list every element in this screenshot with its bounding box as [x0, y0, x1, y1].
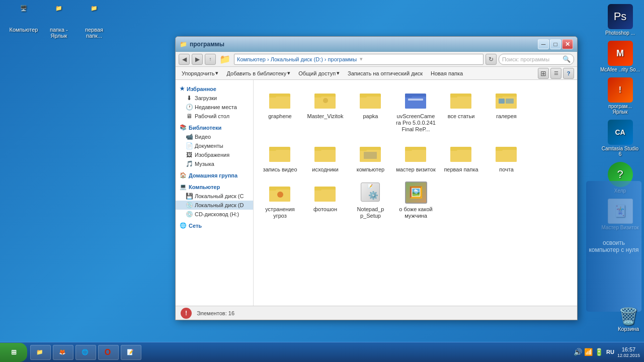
explorer-window: 📁 программы ─ □ ✕ ◀ ▶ ↑ 📁 Компьютер › Ло…: [175, 36, 578, 320]
file-item-kompyuter[interactable]: компьютер: [349, 138, 392, 175]
trash-icon[interactable]: 🗑️ Корзина: [618, 307, 639, 332]
taskbar-explorer-button[interactable]: 📁: [30, 345, 51, 360]
taskbar-lang: RU: [606, 349, 614, 355]
close-button[interactable]: ✕: [562, 39, 573, 49]
svg-point-6: [323, 98, 328, 103]
sidebar-item-drive-h[interactable]: 💿 CD-дисковод (H:): [176, 210, 253, 219]
taskbar-chrome-button[interactable]: 🌐: [75, 345, 96, 360]
file-item-pochta[interactable]: почта: [485, 138, 528, 175]
taskbar-right: 🔊 📶 🔋 RU 16:57 12.02.2015: [574, 346, 644, 359]
desktop-icon-mcafee[interactable]: M McAfee ..rity So...: [599, 39, 641, 74]
maximize-button[interactable]: □: [550, 39, 561, 49]
main-content: graphene Master_Vizitok: [254, 80, 577, 306]
file-item-pervaya-papka[interactable]: первая папка: [440, 138, 482, 175]
file-item-papka[interactable]: papka: [349, 85, 392, 136]
sidebar-item-downloads[interactable]: ⬇ Загрузки: [176, 94, 253, 103]
svg-rect-8: [360, 97, 381, 109]
svg-rect-24: [269, 147, 276, 151]
search-box[interactable]: Поиск: программы 🔍: [499, 54, 574, 65]
svg-rect-33: [405, 150, 426, 162]
refresh-button[interactable]: ↻: [486, 54, 497, 65]
svg-rect-1: [269, 97, 290, 109]
view-icons-button[interactable]: ⊞: [538, 68, 549, 79]
sidebar-item-desktop[interactable]: 🖥 Рабочий стол: [176, 112, 253, 121]
burn-button[interactable]: Записать на оптический диск: [345, 68, 426, 78]
sidebar-item-images[interactable]: 🖼 Изображения: [176, 150, 253, 159]
file-item-zapis-video[interactable]: запись видео: [259, 138, 301, 175]
file-item-ustranenie[interactable]: устранения угроз: [259, 178, 301, 222]
svg-rect-9: [360, 94, 367, 98]
address-bar[interactable]: Компьютер › Локальный диск (D:) › програ…: [234, 54, 484, 65]
file-item-vse-stati[interactable]: все статьи: [440, 85, 482, 136]
taskbar: ⊞ 📁 🦊 🌐 O 📝 🔊 📶 🔋 RU 16:57 12.02.2015: [0, 342, 644, 362]
svg-rect-40: [496, 147, 503, 151]
svg-rect-30: [360, 147, 367, 151]
svg-rect-2: [269, 94, 276, 98]
svg-rect-20: [499, 99, 505, 104]
svg-rect-36: [450, 150, 471, 162]
sidebar-item-video[interactable]: 📹 Видео: [176, 132, 253, 141]
svg-rect-5: [314, 94, 321, 98]
desktop-icon-prog[interactable]: ! програм... Ярлык: [599, 76, 641, 116]
svg-rect-39: [496, 150, 517, 162]
svg-rect-12: [405, 94, 412, 98]
svg-rect-21: [506, 99, 514, 104]
taskbar-firefox-button[interactable]: 🦊: [53, 345, 73, 360]
add-library-menu[interactable]: Добавить в библиотеку ▾: [223, 68, 293, 78]
back-button[interactable]: ◀: [179, 54, 190, 65]
view-details-button[interactable]: ☰: [550, 68, 561, 79]
desktop-icon-photoshop[interactable]: Ps Photoshop ...: [599, 3, 641, 37]
svg-rect-34: [405, 147, 412, 151]
svg-rect-13: [408, 99, 423, 101]
sidebar-favorites-header[interactable]: ★ Избранное: [176, 84, 253, 94]
svg-rect-11: [405, 97, 426, 109]
organize-menu[interactable]: Упорядочить ▾: [179, 68, 221, 78]
sidebar-libraries-header[interactable]: 📚 Библиотеки: [176, 123, 253, 132]
start-button[interactable]: ⊞: [0, 343, 27, 362]
svg-point-44: [277, 192, 283, 198]
svg-rect-19: [496, 94, 503, 98]
sidebar-item-recent[interactable]: 🕐 Недавние места: [176, 103, 253, 112]
sidebar-network-header[interactable]: 🌐 Сеть: [176, 221, 253, 230]
taskbar-opera-button[interactable]: O: [98, 345, 119, 360]
file-item-uvscreen[interactable]: uvScreenCamera Pro 5.0.0.241 Final ReP..…: [394, 85, 437, 136]
desktop-icon-camtasia[interactable]: CA Camtasia Studio 6: [599, 118, 641, 158]
sidebar-item-drive-c[interactable]: 💾 Локальный диск (C: [176, 192, 253, 201]
file-item-istochniki[interactable]: исходники: [304, 138, 347, 175]
new-folder-button[interactable]: Новая папка: [428, 68, 466, 78]
file-item-galereya[interactable]: галерея: [485, 85, 528, 136]
up-button[interactable]: ↑: [205, 54, 216, 65]
sidebar: ★ Избранное ⬇ Загрузки 🕐 Недавние места …: [176, 80, 254, 306]
share-menu[interactable]: Общий доступ ▾: [295, 68, 343, 78]
sidebar-item-docs[interactable]: 📄 Документы: [176, 141, 253, 150]
help-button[interactable]: ?: [563, 68, 574, 79]
taskbar-clock: 16:57 12.02.2015: [617, 346, 640, 359]
minimize-button[interactable]: ─: [538, 39, 549, 49]
file-item-graphene[interactable]: graphene: [259, 85, 301, 136]
file-item-master-vizi[interactable]: Master_Vizitok: [304, 85, 347, 136]
menu-bar: Упорядочить ▾ Добавить в библиотеку ▾ Об…: [176, 67, 577, 80]
status-icon: !: [181, 308, 192, 319]
svg-rect-31: [364, 152, 377, 159]
svg-rect-27: [314, 147, 321, 151]
svg-rect-26: [314, 150, 336, 162]
sidebar-item-music[interactable]: 🎵 Музыка: [176, 159, 253, 168]
desktop-icon-computer[interactable]: 🖥️ Компьютер: [6, 5, 41, 33]
file-item-fotoshon[interactable]: фотошон: [304, 178, 347, 222]
desktop-icon-papka[interactable]: 📁 папка - Ярлык: [41, 5, 76, 39]
nav-toolbar: ◀ ▶ ↑ 📁 Компьютер › Локальный диск (D:) …: [176, 52, 577, 67]
file-item-master-viz2[interactable]: мастер визиток: [394, 138, 437, 175]
sidebar-item-drive-d[interactable]: 💿 Локальный диск (D: [176, 201, 253, 210]
svg-rect-15: [450, 97, 471, 109]
desktop-icon-pervaya[interactable]: 📁 первая папк...: [76, 5, 112, 39]
sidebar-homegroup-header[interactable]: 🏠 Домашняя группа: [176, 170, 253, 180]
forward-button[interactable]: ▶: [192, 54, 203, 65]
status-bar: ! Элементов: 16: [176, 306, 577, 320]
sidebar-computer-header[interactable]: 💻 Компьютер: [176, 182, 253, 192]
file-item-o-boge[interactable]: 🖼️ о боже какой мужчина: [394, 178, 437, 222]
svg-rect-37: [450, 147, 457, 151]
file-item-notepad[interactable]: 📝 ⚙️ Notepad_p p_Setup: [349, 178, 392, 222]
status-text: Элементов: 16: [197, 310, 234, 316]
taskbar-notes-button[interactable]: 📝: [121, 345, 141, 360]
explorer-titlebar: 📁 программы ─ □ ✕: [176, 37, 577, 52]
